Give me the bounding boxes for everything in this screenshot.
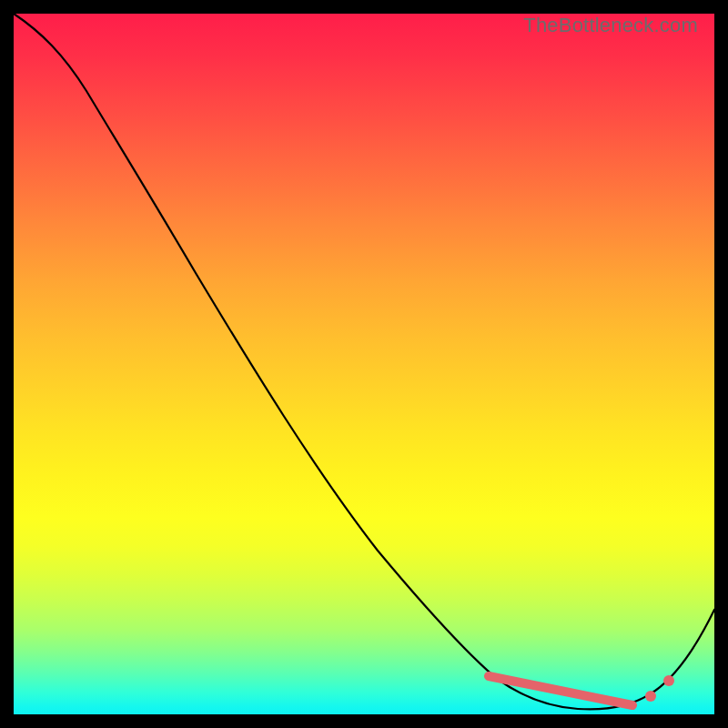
marker-segment: [489, 676, 632, 705]
curve-layer: [14, 14, 714, 714]
plot-area: TheBottleneck.com: [14, 14, 714, 714]
chart-frame: TheBottleneck.com: [0, 0, 728, 728]
marker-dot: [645, 691, 656, 702]
bottleneck-curve: [14, 14, 714, 709]
marker-dot: [663, 675, 674, 686]
